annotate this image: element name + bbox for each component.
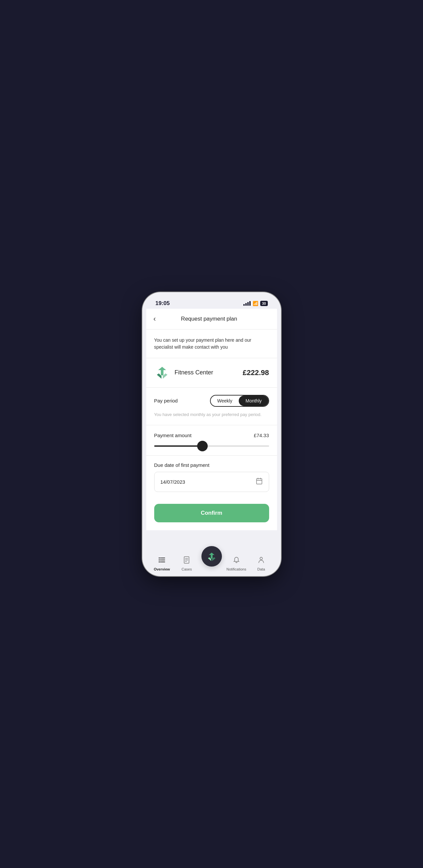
nav-item-data[interactable]: Data: [249, 556, 273, 571]
pay-period-section: Pay period Weekly Monthly You have selec…: [146, 388, 277, 425]
nav-item-cases[interactable]: Cases: [174, 556, 199, 571]
svg-rect-0: [256, 478, 262, 484]
nav-item-home[interactable]: [199, 546, 224, 566]
bell-icon: [233, 556, 240, 566]
due-date-input[interactable]: 14/07/2023: [154, 472, 269, 492]
payment-amount-section: Payment amount £74.33: [146, 425, 277, 456]
pay-period-hint: You have selected monthly as your prefer…: [154, 412, 262, 417]
merchant-logo: [154, 365, 170, 381]
due-date-value: 14/07/2023: [160, 479, 185, 485]
back-button[interactable]: ‹: [154, 315, 156, 323]
due-date-label: Due date of first payment: [154, 462, 269, 468]
due-date-section: Due date of first payment 14/07/2023: [146, 456, 277, 499]
app-content: ‹ Request payment plan You can set up yo…: [146, 309, 277, 572]
header: ‹ Request payment plan: [146, 309, 277, 330]
info-section: You can set up your payment plan here an…: [146, 330, 277, 358]
slider-fill: [154, 445, 203, 447]
confirm-section: Confirm: [146, 499, 277, 530]
status-icons: 📶 30: [243, 301, 268, 306]
calendar-icon: [255, 477, 263, 486]
list-icon: [158, 556, 166, 566]
slider-thumb[interactable]: [197, 441, 208, 451]
payment-amount-value: £74.33: [254, 433, 269, 438]
nav-item-overview[interactable]: Overview: [150, 556, 174, 571]
svg-point-14: [260, 557, 262, 559]
nav-label-overview: Overview: [154, 567, 170, 571]
pay-period-toggle[interactable]: Weekly Monthly: [210, 395, 269, 407]
info-text: You can set up your payment plan here an…: [154, 337, 251, 350]
nav-label-notifications: Notifications: [226, 567, 246, 571]
bottom-nav: Overview Cases: [146, 550, 277, 572]
person-icon: [258, 556, 265, 566]
nav-label-cases: Cases: [182, 567, 192, 571]
amount-row: Payment amount £74.33: [154, 433, 269, 438]
slider-track: [154, 445, 269, 447]
merchant-name: Fitness Center: [175, 369, 243, 376]
page-title: Request payment plan: [156, 316, 263, 322]
phone-screen: 19:05 📶 30 ‹ Request payment plan: [146, 296, 277, 572]
payment-amount-label: Payment amount: [154, 433, 191, 438]
signal-icon: [243, 301, 251, 306]
nav-item-notifications[interactable]: Notifications: [224, 556, 249, 571]
pay-period-label: Pay period: [154, 398, 178, 403]
pay-period-row: Pay period Weekly Monthly: [154, 395, 269, 407]
document-icon: [183, 556, 190, 566]
confirm-button[interactable]: Confirm: [154, 504, 269, 522]
payment-slider[interactable]: [154, 444, 269, 448]
battery-icon: 30: [260, 301, 268, 306]
status-bar: 19:05 📶 30: [146, 296, 277, 309]
merchant-section: Fitness Center £222.98: [146, 358, 277, 388]
monthly-option[interactable]: Monthly: [239, 396, 268, 406]
wifi-icon: 📶: [252, 301, 258, 306]
merchant-amount: £222.98: [243, 369, 269, 377]
weekly-option[interactable]: Weekly: [211, 396, 239, 406]
phone-frame: 19:05 📶 30 ‹ Request payment plan: [142, 292, 281, 576]
status-time: 19:05: [155, 300, 170, 307]
center-fab[interactable]: [202, 546, 222, 566]
nav-label-data: Data: [257, 567, 265, 571]
